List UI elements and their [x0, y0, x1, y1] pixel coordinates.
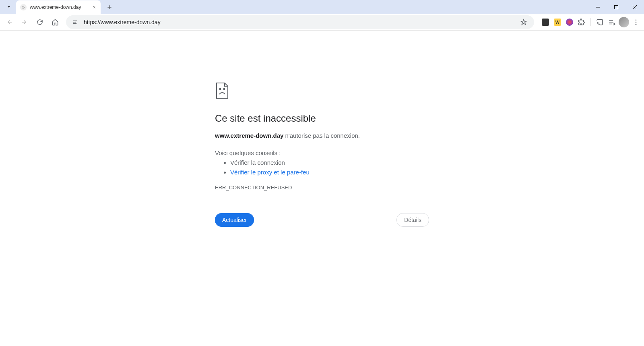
forward-button[interactable]: [18, 15, 31, 29]
page-content: Ce site est inaccessible www.extreme-dow…: [0, 31, 644, 346]
svg-rect-8: [223, 88, 225, 90]
details-button[interactable]: Détails: [396, 213, 429, 227]
back-button[interactable]: [2, 15, 16, 29]
svg-point-5: [636, 22, 637, 23]
extensions-button[interactable]: [576, 17, 587, 28]
reload-page-button[interactable]: Actualiser: [215, 213, 254, 227]
svg-point-4: [636, 19, 637, 21]
close-icon: [92, 5, 96, 9]
url-display: https://www.extreme-down.day: [84, 19, 518, 25]
site-info-button[interactable]: [71, 18, 80, 27]
arrow-right-icon: [21, 19, 28, 26]
error-heading: Ce site est inaccessible: [215, 113, 429, 124]
broken-page-icon: [215, 82, 429, 101]
extension-icon: [542, 19, 549, 26]
avatar-icon: [619, 17, 629, 27]
svg-point-3: [76, 23, 77, 24]
favicon-icon: ⟳: [20, 4, 27, 10]
button-row: Actualiser Détails: [215, 213, 429, 227]
extension-1[interactable]: [540, 17, 551, 28]
chevron-down-icon: [6, 4, 12, 10]
extension-icon: W: [554, 19, 561, 26]
svg-point-2: [75, 22, 76, 23]
tune-icon: [72, 19, 78, 25]
menu-button[interactable]: [630, 17, 642, 28]
star-icon: [520, 19, 527, 26]
browser-tab[interactable]: ⟳ www.extreme-down.day: [16, 0, 101, 14]
cast-button[interactable]: [594, 17, 605, 28]
tab-title: www.extreme-down.day: [30, 4, 91, 10]
reload-icon: [36, 19, 43, 26]
home-button[interactable]: [48, 15, 62, 29]
browser-toolbar: https://www.extreme-down.day W: [0, 14, 644, 31]
separator: [590, 18, 591, 26]
error-panel: Ce site est inaccessible www.extreme-dow…: [215, 82, 429, 346]
extension-3[interactable]: [564, 17, 575, 28]
arrow-left-icon: [6, 19, 13, 26]
extension-icon: [566, 19, 573, 26]
error-message: www.extreme-down.day n'autorise pas la c…: [215, 131, 429, 141]
tips-list: Vérifier la connexion Vérifier le proxy …: [215, 158, 429, 177]
svg-point-6: [636, 24, 637, 25]
extensions-group: W: [538, 17, 642, 28]
puzzle-icon: [578, 19, 585, 26]
svg-point-1: [76, 21, 77, 21]
extension-2[interactable]: W: [552, 17, 563, 28]
maximize-button[interactable]: [607, 0, 625, 14]
svg-rect-0: [615, 5, 618, 9]
reload-button[interactable]: [33, 15, 47, 29]
address-bar[interactable]: https://www.extreme-down.day: [66, 15, 534, 29]
proxy-firewall-link[interactable]: Vérifier le proxy et le pare-feu: [230, 169, 310, 176]
close-icon: [632, 5, 637, 10]
dots-vertical-icon: [632, 19, 640, 26]
tips-intro: Voici quelques conseils :: [215, 149, 429, 156]
tip-item-proxy: Vérifier le proxy et le pare-feu: [230, 168, 429, 177]
media-control-button[interactable]: [606, 17, 617, 28]
error-code: ERR_CONNECTION_REFUSED: [215, 184, 429, 191]
bookmark-button[interactable]: [518, 19, 529, 26]
browser-titlebar: ⟳ www.extreme-down.day: [0, 0, 644, 14]
new-tab-button[interactable]: [104, 2, 115, 13]
cast-icon: [596, 19, 603, 26]
minimize-icon: [595, 5, 600, 10]
maximize-icon: [614, 5, 619, 10]
playlist-icon: [608, 19, 615, 26]
tab-close-button[interactable]: [91, 4, 97, 10]
close-window-button[interactable]: [625, 0, 644, 14]
error-domain: www.extreme-down.day: [215, 132, 283, 139]
error-message-suffix: n'autorise pas la connexion.: [283, 132, 360, 139]
window-controls: [588, 0, 644, 14]
tab-search-dropdown[interactable]: [3, 1, 14, 12]
profile-button[interactable]: [618, 17, 630, 28]
minimize-button[interactable]: [588, 0, 607, 14]
plus-icon: [106, 4, 113, 10]
home-icon: [52, 19, 59, 26]
svg-rect-7: [219, 88, 221, 90]
tip-item-connection: Vérifier la connexion: [230, 158, 429, 168]
